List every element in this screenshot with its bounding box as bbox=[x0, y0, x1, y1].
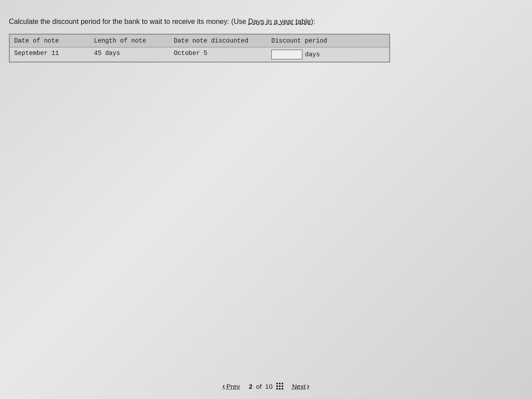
of-label: of bbox=[256, 383, 262, 390]
cell-date-of-note: September 11 bbox=[10, 47, 90, 62]
prev-button[interactable]: ‹ Prev bbox=[223, 382, 240, 390]
cell-date-note-discounted: October 5 bbox=[169, 47, 267, 62]
header-date-of-note: Date of note bbox=[10, 35, 90, 47]
total-pages: 10 bbox=[265, 383, 273, 390]
header-date-note-discounted: Date note discounted bbox=[169, 35, 267, 47]
prev-chevron-icon: ‹ bbox=[223, 382, 225, 390]
navigation-bar: ‹ Prev 2 of 10 Next › bbox=[0, 382, 532, 390]
cell-discount-period: days bbox=[267, 47, 391, 62]
data-table: Date of note Length of note Date note di… bbox=[9, 34, 390, 63]
table-header: Date of note Length of note Date note di… bbox=[10, 35, 389, 47]
current-page: 2 bbox=[249, 383, 252, 390]
next-button[interactable]: Next › bbox=[292, 382, 309, 390]
days-unit-label: days bbox=[305, 51, 320, 58]
next-label: Next bbox=[292, 383, 306, 390]
table-row: September 11 45 days October 5 days bbox=[10, 47, 389, 62]
main-content: Calculate the discount period for the ba… bbox=[9, 18, 523, 63]
prev-label: Prev bbox=[226, 383, 240, 390]
cell-length-of-note: 45 days bbox=[90, 47, 169, 62]
next-chevron-icon: › bbox=[307, 382, 309, 390]
days-table-link[interactable]: Days in a year table bbox=[248, 18, 311, 25]
discount-period-input[interactable] bbox=[271, 50, 302, 59]
grid-icon bbox=[276, 383, 283, 390]
page-info: 2 of 10 bbox=[249, 383, 283, 390]
header-discount-period: Discount period bbox=[267, 35, 391, 47]
question-text: Calculate the discount period for the ba… bbox=[9, 18, 523, 26]
header-length-of-note: Length of note bbox=[90, 35, 169, 47]
